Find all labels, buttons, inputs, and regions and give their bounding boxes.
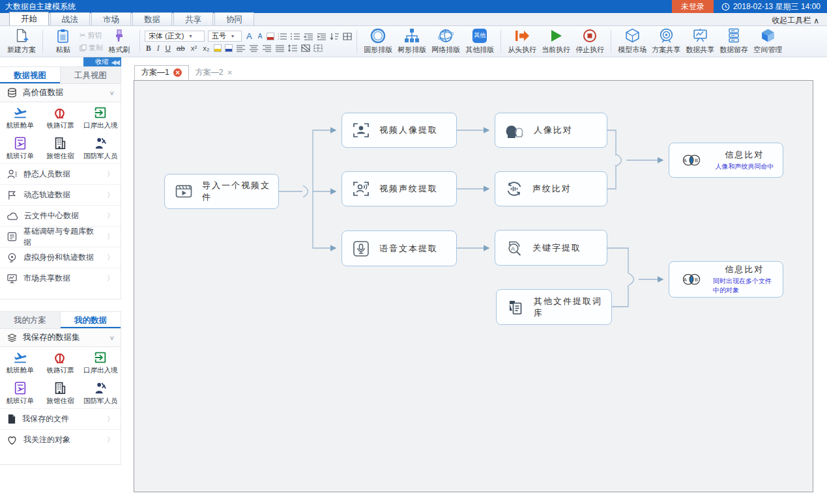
data-share-button[interactable]: 数据共享 [683, 26, 717, 57]
font-name-select[interactable]: 宋体 (正文) ▾ [145, 31, 205, 42]
highlight-color-button[interactable] [214, 44, 222, 52]
tab-my-data[interactable]: 我的数据 [61, 312, 121, 328]
node-label: 其他文件提取词库 [534, 296, 611, 319]
ribbon-tab-market[interactable]: 市场 [91, 12, 131, 25]
subscript-button[interactable]: x₂ [201, 44, 210, 52]
cut-button[interactable]: ✂ 剪切 [80, 31, 103, 40]
login-status-badge[interactable]: 未登录 [672, 0, 714, 13]
data-retention-button[interactable]: 数据留存 [717, 26, 751, 57]
justify-icon[interactable] [275, 44, 285, 52]
decrease-indent-icon[interactable] [304, 33, 313, 40]
tab-tool-view[interactable]: 工具视图 [61, 67, 121, 83]
dataset-hotel-stay[interactable]: 旅馆住宿 [40, 378, 81, 408]
node-voiceprint-compare[interactable]: 声纹比对 [495, 171, 607, 206]
dataset-flight-order[interactable]: 航班订单 [0, 378, 40, 408]
collapse-toolbar-button[interactable]: 收起工具栏 ∧ [772, 15, 819, 26]
shrink-font-button[interactable]: A [257, 33, 264, 40]
dataset-border-entry-exit[interactable]: 口岸出入境 [80, 102, 121, 133]
chevron-right-icon: 〉 [107, 190, 114, 200]
ribbon-tab-start[interactable]: 开始 [9, 12, 49, 25]
dataset-hotel-stay[interactable]: 旅馆住宿 [40, 133, 81, 163]
network-layout-button[interactable]: 网络排版 [429, 26, 463, 57]
other-layout-button[interactable]: 其他 其他排版 [463, 26, 497, 57]
line-spacing-icon[interactable] [288, 44, 298, 52]
new-plan-button[interactable]: 新建方案 [5, 26, 38, 57]
stop-run-button[interactable]: 停止执行 [573, 26, 607, 57]
dataset-military-personnel[interactable]: 国防军人员 [80, 133, 121, 163]
category-research-theme-library-data[interactable]: 基础调研与专题库数据 〉 [0, 226, 121, 247]
plan-share-button[interactable]: 方案共享 [649, 26, 683, 57]
close-tab-icon[interactable] [173, 68, 182, 77]
tab-my-plans[interactable]: 我的方案 [0, 312, 61, 328]
italic-button[interactable]: I [156, 44, 161, 52]
doc-tab-plan-1[interactable]: 方案—1 [134, 65, 189, 80]
ribbon-tab-tactics[interactable]: 战法 [50, 12, 90, 25]
node-info-compare-1[interactable]: A B 信息比对 人像和声纹共同命中 [669, 143, 783, 178]
node-other-files-lexicon[interactable]: 其他文件提取词库 [496, 289, 612, 325]
data-share-label: 数据共享 [686, 45, 714, 55]
node-import-video-file[interactable]: 导入一个视频文件 [164, 174, 279, 209]
sidebar-collapse-button[interactable]: 收缩 ◀◀ [83, 57, 121, 66]
font-color-button[interactable] [225, 44, 233, 52]
category-cloud-file-center-data[interactable]: 云文件中心数据 〉 [0, 205, 121, 226]
dataset-flight-order[interactable]: 航班订单 [0, 133, 40, 163]
paste-button[interactable]: 粘贴 [47, 26, 80, 57]
dataset-rail-ticket[interactable]: 铁路订票 [40, 347, 81, 378]
category-static-person-data[interactable]: 静态人员数据 〉 [0, 163, 121, 184]
copy-icon [80, 44, 87, 51]
text-effects-button[interactable] [267, 33, 274, 40]
circle-layout-button[interactable]: 圆形排版 [361, 26, 395, 57]
close-icon[interactable]: ✕ [227, 69, 232, 76]
category-label: 虚拟身份和轨迹数据 [23, 252, 94, 263]
space-manage-button[interactable]: 空间管理 [751, 26, 785, 57]
dataset-military-personnel[interactable]: 国防军人员 [80, 378, 121, 408]
dataset-flight-manifest[interactable]: 航班舱单 [0, 102, 40, 133]
run-from-start-icon [514, 27, 530, 44]
section-saved-datasets[interactable]: 我保存的数据集 ˅ [0, 329, 121, 347]
ribbon-tab-collaborate[interactable]: 协同 [214, 12, 254, 25]
diagram-canvas[interactable]: 导入一个视频文件 视频人像提取 视频声纹提取 [134, 80, 813, 492]
ribbon-tab-data[interactable]: 数据 [132, 12, 172, 25]
align-right-icon[interactable] [262, 44, 272, 52]
my-followed-objects[interactable]: 我关注的对象 〉 [0, 429, 121, 450]
superscript-button[interactable]: x² [190, 44, 199, 52]
category-market-shared-data[interactable]: 市场共享数据 〉 [0, 268, 121, 288]
dataset-border-entry-exit[interactable]: 口岸出入境 [80, 347, 121, 378]
run-from-start-button[interactable]: 从头执行 [505, 26, 539, 57]
node-face-compare[interactable]: 人像比对 [495, 113, 607, 148]
node-video-voiceprint-extract[interactable]: 视频声纹提取 [341, 171, 457, 206]
bold-button[interactable]: B [145, 44, 152, 52]
grow-font-button[interactable]: A [245, 31, 254, 41]
format-painter-button[interactable]: 格式刷 [103, 26, 136, 57]
dataset-flight-manifest[interactable]: 航班舱单 [0, 347, 40, 378]
video-file-icon [174, 182, 194, 201]
category-virtual-identity-trajectory-data[interactable]: 虚拟身份和轨迹数据 〉 [0, 247, 121, 268]
numbered-list-icon[interactable] [291, 33, 300, 40]
my-saved-files[interactable]: 我保存的文件 〉 [0, 408, 121, 429]
underline-button[interactable]: U [164, 44, 172, 52]
doc-tab-plan-2[interactable]: 方案—2 ✕ [189, 65, 239, 80]
align-left-icon[interactable] [236, 44, 246, 52]
strikethrough-button[interactable]: ab [175, 44, 186, 52]
copy-button[interactable]: 复制 [80, 43, 103, 53]
sort-icon[interactable] [330, 33, 340, 40]
model-market-button[interactable]: 模型市场 [615, 26, 649, 57]
category-dynamic-trajectory-data[interactable]: 动态轨迹数据 〉 [0, 184, 121, 205]
run-current-button[interactable]: 当前执行 [539, 26, 573, 57]
increase-indent-icon[interactable] [317, 33, 326, 40]
node-keyword-extract[interactable]: A 关键字提取 [495, 230, 607, 266]
shading-icon[interactable] [301, 44, 310, 52]
ribbon-tab-share[interactable]: 共享 [173, 12, 213, 25]
bullet-list-icon[interactable] [278, 33, 287, 40]
tab-data-view[interactable]: 数据视图 [0, 67, 61, 83]
font-size-select[interactable]: 五号 ▾ [208, 31, 242, 42]
node-video-face-extract[interactable]: 视频人像提取 [341, 113, 457, 148]
dataset-rail-ticket[interactable]: 铁路订票 [40, 102, 81, 133]
node-speech-text-extract[interactable]: 语音文本提取 [341, 231, 457, 266]
tree-layout-button[interactable]: 树形排版 [395, 26, 429, 57]
borders-icon[interactable] [313, 44, 323, 52]
table-grid-icon[interactable] [343, 33, 352, 40]
align-center-icon[interactable] [249, 44, 259, 52]
node-info-compare-2[interactable]: A B 信息比对 同时出现在多个文件中的对象 [669, 261, 783, 298]
section-high-value-data[interactable]: 高价值数据 ˅ [0, 84, 121, 102]
